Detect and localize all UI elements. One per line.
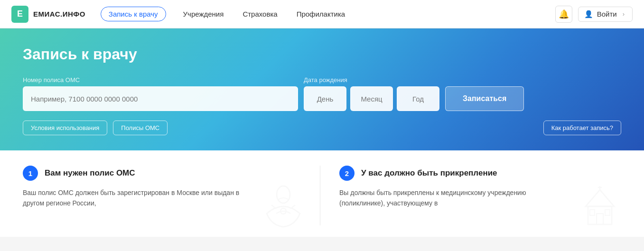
nav-link-appointment[interactable]: Запись к врачу [101,7,166,21]
hero-title: Запись к врачу [23,46,621,63]
hero-section: Запись к врачу Номер полиса ОМС Дата рож… [0,28,644,150]
month-input[interactable] [350,86,393,111]
year-input[interactable] [397,86,439,111]
navbar-right: 🔔 👤 Войти › [555,6,633,23]
policy-field-group: Номер полиса ОМС [23,76,298,111]
svg-rect-5 [590,210,595,215]
oms-button[interactable]: Полисы ОМС [113,121,168,135]
svg-point-0 [277,186,290,203]
submit-button[interactable]: Записаться [445,86,524,111]
policy-label: Номер полиса ОМС [23,76,298,84]
hero-link-left: Условия использования Полисы ОМС [23,121,168,135]
notification-bell-button[interactable]: 🔔 [555,6,572,23]
svg-rect-6 [605,210,610,215]
card-1-header: 1 Вам нужен полис ОМС [23,166,305,181]
logo-text: ЕМИАС.ИНФО [33,10,85,18]
logo-icon: E [11,6,28,23]
logo[interactable]: E ЕМИАС.ИНФО [11,6,85,23]
user-icon: 👤 [584,10,593,19]
emblem-icon [262,187,305,225]
arrow-icon: › [623,10,625,18]
login-label: Войти [597,10,617,18]
nav-link-prevention[interactable]: Профилактика [295,7,347,21]
step-badge-1: 1 [23,166,38,181]
svg-marker-3 [586,190,614,206]
card-2-header: 2 У вас должно быть прикрепление [339,166,621,181]
svg-rect-4 [597,214,603,224]
building-icon [579,187,621,225]
terms-button[interactable]: Условия использования [23,121,107,135]
dob-field-group: Дата рождения [304,76,439,111]
nav-link-insurance[interactable]: Страховка [241,7,279,21]
login-button[interactable]: 👤 Войти › [578,7,633,22]
date-fields [304,86,439,111]
bell-icon: 🔔 [559,9,569,19]
hero-links: Условия использования Полисы ОМС Как раб… [23,121,621,135]
day-input[interactable] [304,86,346,111]
step-badge-2: 2 [339,166,355,181]
info-card-2: 2 У вас должно быть прикрепление Вы долж… [320,166,621,225]
policy-input[interactable] [23,86,298,111]
appointment-form: Номер полиса ОМС Дата рождения Записатьс… [23,76,621,111]
card-2-body: Вы должны быть прикреплены к медицинском… [339,187,621,225]
navbar: E ЕМИАС.ИНФО Запись к врачу Учреждения С… [0,0,644,28]
info-card-1: 1 Вам нужен полис ОМС Ваш полис ОМС долж… [23,166,320,225]
card-1-title: Вам нужен полис ОМС [45,168,135,178]
nav-link-institutions[interactable]: Учреждения [181,7,226,21]
card-2-text: Вы должны быть прикреплены к медицинском… [339,187,571,209]
dob-label: Дата рождения [304,76,439,84]
card-1-text: Ваш полис ОМС должен быть зарегистрирова… [23,187,254,209]
info-section: 1 Вам нужен полис ОМС Ваш полис ОМС долж… [0,150,644,237]
card-1-body: Ваш полис ОМС должен быть зарегистрирова… [23,187,305,225]
how-it-works-button[interactable]: Как работает запись? [543,121,621,135]
card-2-title: У вас должно быть прикрепление [361,168,497,178]
